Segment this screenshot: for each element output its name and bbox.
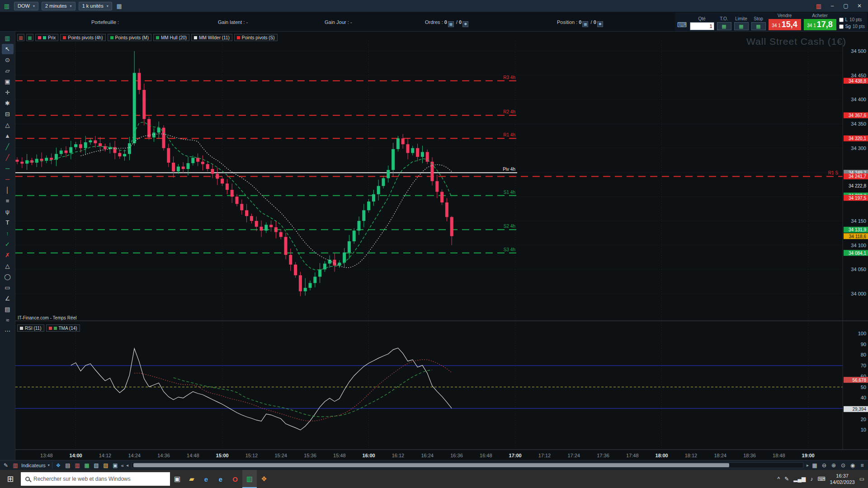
scroll-left-icon[interactable]: ◂ [126, 463, 128, 468]
notification-icon[interactable]: ▭ [859, 476, 864, 482]
separator [52, 462, 52, 469]
table-icon[interactable]: ▦ [83, 462, 90, 469]
quantity-input[interactable] [690, 22, 714, 30]
indicators-dropdown[interactable]: Indicateurs ▾ [21, 463, 50, 468]
trading-app-icon[interactable]: ▥ [242, 470, 257, 488]
share-icon[interactable]: ❖ [55, 462, 62, 469]
keyboard-icon[interactable]: ⌨ [677, 21, 687, 29]
zoom-out-icon[interactable]: ⊖ [821, 462, 828, 469]
add-indicator-icon[interactable]: ▦ [26, 34, 33, 41]
legend-item[interactable]: MM Wilder (11) [191, 34, 232, 41]
timeframe-dropdown[interactable]: 2 minutes ▾ [42, 2, 75, 10]
trendline-tool-icon[interactable]: ╱ [2, 141, 14, 152]
info-icon[interactable]: ▦ [115, 3, 123, 9]
chart-logo-icon[interactable]: ▥ [2, 33, 14, 43]
pen-icon[interactable]: ✎ [784, 476, 789, 482]
ray-tool-icon[interactable]: ╱ [2, 152, 14, 163]
minimize-button[interactable]: – [828, 3, 836, 9]
ie-icon[interactable]: e [213, 470, 228, 488]
menu-icon[interactable]: ≡ [859, 462, 866, 469]
legend-item[interactable]: Points pivots (4h) [60, 34, 105, 41]
scroll-right-icon[interactable]: ▸ [807, 463, 809, 468]
fibonacci-tool-icon[interactable]: ≡ [2, 196, 14, 206]
maximize-button[interactable]: ▢ [842, 3, 850, 9]
check-tool-icon[interactable]: ✓ [2, 239, 14, 249]
volume-icon[interactable]: ♪ [810, 476, 813, 482]
explorer-icon[interactable]: ▰ [184, 470, 199, 488]
taskbar-clock[interactable]: 16:37 14/02/2023 [830, 473, 855, 485]
orders-list-icon[interactable]: ▦ [448, 21, 454, 27]
channel-tool-icon[interactable]: ▤ [2, 304, 14, 314]
mini-chart-icon[interactable]: ▥ [815, 3, 823, 9]
more-tools-icon[interactable]: ⋯ [2, 326, 14, 336]
search-tool-icon[interactable]: ⊙ [840, 462, 847, 469]
zoom-in-icon[interactable]: ⊕ [830, 462, 837, 469]
list-icon[interactable]: ▤ [64, 462, 71, 469]
globe-icon[interactable]: ◉ [849, 462, 856, 469]
sg-checkbox[interactable] [839, 24, 844, 29]
stop-button[interactable]: ▦ [751, 22, 766, 30]
photos-icon[interactable]: ❖ [257, 470, 271, 488]
angle-tool-icon[interactable]: ∠ [2, 293, 14, 304]
position-list-icon[interactable]: ▦ [582, 21, 588, 27]
position-settings-icon[interactable]: ✱ [597, 21, 603, 27]
svg-text:34 197,5: 34 197,5 [849, 196, 866, 201]
report-icon[interactable]: ▧ [93, 462, 100, 469]
mini-chart-icon[interactable]: ▥ [12, 462, 19, 469]
crosshair-tool-icon[interactable]: ✛ [2, 87, 14, 98]
sell-button[interactable]: 34 1 15,4 [769, 19, 801, 30]
legend-item[interactable]: Points pivots (S) [234, 34, 278, 41]
pitchfork-tool-icon[interactable]: ψ [2, 206, 14, 217]
sell-label: Vendre [778, 13, 792, 18]
buy-button[interactable]: 34 1 17,8 [804, 19, 836, 30]
legend-item[interactable]: Prix [35, 34, 58, 41]
instrument-dropdown[interactable]: DOW ▾ [14, 2, 38, 10]
units-dropdown[interactable]: 1 k unités ▾ [79, 2, 112, 10]
windows-search-box[interactable]: Rechercher sur le web et dans Windows [21, 472, 170, 486]
cross-tool-icon[interactable]: ✗ [2, 250, 14, 260]
text-tool-icon[interactable]: T [2, 217, 14, 228]
keyboard-icon[interactable]: ⌨ [817, 476, 825, 482]
legend-item[interactable]: TMA (14) [46, 324, 80, 332]
orders-icon[interactable]: ▥ [74, 462, 81, 469]
orders-settings-icon[interactable]: ✱ [462, 21, 468, 27]
edge-icon[interactable]: e [199, 470, 213, 488]
draw-icon[interactable]: ✎ [2, 462, 9, 469]
vline-tool-icon[interactable]: │ [2, 185, 14, 195]
eraser-tool-icon[interactable]: ▱ [2, 66, 14, 76]
task-view-icon[interactable]: ▣ [170, 470, 184, 488]
zoom-tool-icon[interactable]: ⊙ [2, 55, 14, 65]
legend-item[interactable]: RSI (11) [17, 324, 44, 332]
chart-settings-icon[interactable]: ▥ [17, 34, 24, 41]
hline-tool-icon[interactable]: ─ [2, 163, 14, 174]
legend-item[interactable]: Points pivots (M) [108, 34, 151, 41]
scrollbar-thumb[interactable] [133, 463, 729, 467]
arrow-up-tool-icon[interactable]: ↑ [2, 228, 14, 239]
network-icon[interactable]: ▂▄▆ [793, 476, 806, 482]
ellipse-tool-icon[interactable]: ◯ [2, 272, 14, 282]
chart-scrollbar[interactable] [132, 462, 803, 468]
triangle-tool-icon[interactable]: △ [2, 261, 14, 271]
copy-tool-icon[interactable]: ▣ [2, 76, 14, 87]
start-button[interactable]: ⊞ [0, 470, 21, 488]
shapes-tool-icon[interactable]: △ [2, 120, 14, 130]
to-button[interactable]: ▦ [717, 22, 731, 30]
layout-icon[interactable]: ▣ [112, 462, 119, 469]
l-checkbox[interactable] [839, 18, 844, 22]
calendar-icon[interactable]: ▦ [811, 462, 818, 469]
wave-tool-icon[interactable]: ≈ [2, 315, 14, 325]
cursor-tool-icon[interactable]: ↖ [2, 44, 14, 54]
wrench-tool-icon[interactable]: ✱ [2, 98, 14, 108]
opera-icon[interactable]: O [228, 470, 242, 488]
collapse-button[interactable]: « [121, 463, 124, 468]
drawing-toolbar: ▥↖⊙▱▣✛✱⊟△▲╱╱──│≡ψT↑✓✗△◯▭∠▤≈⋯ [0, 32, 15, 460]
legend-item[interactable]: MM Hull (20) [153, 34, 189, 41]
trash-tool-icon[interactable]: ⊟ [2, 109, 14, 119]
tray-chevron-icon[interactable]: ^ [778, 476, 780, 482]
cone-tool-icon[interactable]: ▲ [2, 131, 14, 141]
stats-icon[interactable]: ▨ [102, 462, 109, 469]
rect-tool-icon[interactable]: ▭ [2, 282, 14, 293]
limit-button[interactable]: ▦ [734, 22, 749, 30]
hray-tool-icon[interactable]: ─ [2, 174, 14, 184]
close-button[interactable]: ✕ [855, 3, 863, 9]
